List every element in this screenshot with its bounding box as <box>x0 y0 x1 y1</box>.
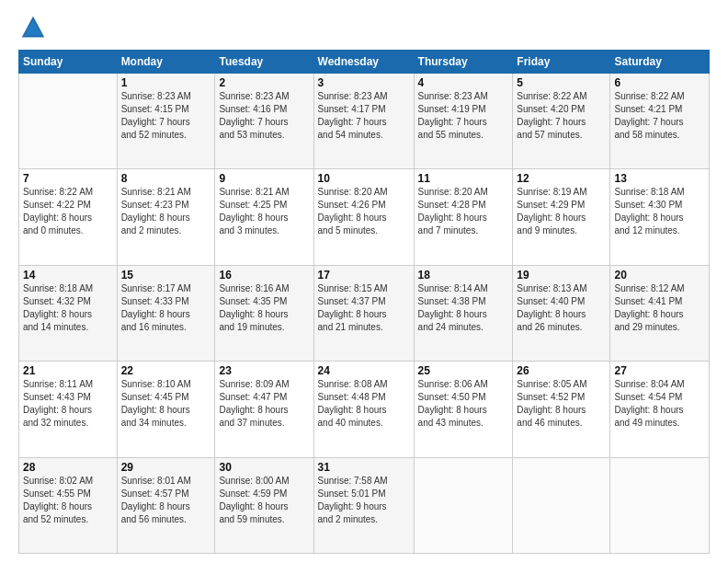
day-number: 22 <box>121 364 211 377</box>
day-number: 18 <box>418 269 509 282</box>
weekday-header: Sunday <box>19 51 118 74</box>
calendar-table: SundayMondayTuesdayWednesdayThursdayFrid… <box>18 50 710 554</box>
day-info: Sunrise: 7:58 AM Sunset: 5:01 PM Dayligh… <box>318 475 410 526</box>
day-info: Sunrise: 8:21 AM Sunset: 4:25 PM Dayligh… <box>219 186 309 237</box>
day-info: Sunrise: 8:13 AM Sunset: 4:40 PM Dayligh… <box>517 282 606 334</box>
day-number: 7 <box>23 172 113 185</box>
day-info: Sunrise: 8:15 AM Sunset: 4:37 PM Dayligh… <box>318 282 410 334</box>
day-info: Sunrise: 8:02 AM Sunset: 4:55 PM Dayligh… <box>23 475 113 526</box>
day-number: 27 <box>614 364 705 377</box>
weekday-header: Tuesday <box>215 51 313 74</box>
day-number: 11 <box>418 172 509 185</box>
weekday-header: Thursday <box>414 51 513 74</box>
day-info: Sunrise: 8:04 AM Sunset: 4:54 PM Dayligh… <box>614 378 705 430</box>
calendar-cell: 7Sunrise: 8:22 AM Sunset: 4:22 PM Daylig… <box>19 169 118 265</box>
day-info: Sunrise: 8:05 AM Sunset: 4:52 PM Dayligh… <box>517 378 606 430</box>
day-number: 19 <box>517 269 606 282</box>
calendar-cell: 10Sunrise: 8:20 AM Sunset: 4:26 PM Dayli… <box>313 169 414 265</box>
day-info: Sunrise: 8:18 AM Sunset: 4:32 PM Dayligh… <box>23 282 113 334</box>
day-info: Sunrise: 8:00 AM Sunset: 4:59 PM Dayligh… <box>219 475 309 526</box>
calendar-week-row: 14Sunrise: 8:18 AM Sunset: 4:32 PM Dayli… <box>19 265 710 361</box>
day-number: 4 <box>418 76 509 89</box>
day-number: 10 <box>318 172 410 185</box>
calendar-week-row: 7Sunrise: 8:22 AM Sunset: 4:22 PM Daylig… <box>19 169 710 265</box>
calendar-week-row: 21Sunrise: 8:11 AM Sunset: 4:43 PM Dayli… <box>19 362 710 457</box>
day-info: Sunrise: 8:09 AM Sunset: 4:47 PM Dayligh… <box>219 378 309 430</box>
day-number: 1 <box>121 76 211 89</box>
day-info: Sunrise: 8:19 AM Sunset: 4:29 PM Dayligh… <box>517 186 606 237</box>
calendar-cell: 23Sunrise: 8:09 AM Sunset: 4:47 PM Dayli… <box>215 362 313 457</box>
day-number: 17 <box>318 269 410 282</box>
weekday-header-row: SundayMondayTuesdayWednesdayThursdayFrid… <box>19 51 710 74</box>
day-number: 3 <box>318 76 410 89</box>
calendar-week-row: 1Sunrise: 8:23 AM Sunset: 4:15 PM Daylig… <box>19 74 710 169</box>
logo-icon <box>20 15 46 40</box>
calendar-cell: 29Sunrise: 8:01 AM Sunset: 4:57 PM Dayli… <box>117 457 215 553</box>
day-info: Sunrise: 8:06 AM Sunset: 4:50 PM Dayligh… <box>418 378 509 430</box>
calendar-page: SundayMondayTuesdayWednesdayThursdayFrid… <box>0 0 728 563</box>
day-number: 24 <box>318 364 410 377</box>
calendar-cell: 5Sunrise: 8:22 AM Sunset: 4:20 PM Daylig… <box>513 74 610 169</box>
calendar-cell: 9Sunrise: 8:21 AM Sunset: 4:25 PM Daylig… <box>215 169 313 265</box>
calendar-cell: 24Sunrise: 8:08 AM Sunset: 4:48 PM Dayli… <box>313 362 414 457</box>
weekday-header: Friday <box>513 51 610 74</box>
calendar-cell: 31Sunrise: 7:58 AM Sunset: 5:01 PM Dayli… <box>313 457 414 553</box>
weekday-header: Monday <box>117 51 215 74</box>
day-info: Sunrise: 8:14 AM Sunset: 4:38 PM Dayligh… <box>418 282 509 334</box>
day-number: 26 <box>517 364 606 377</box>
weekday-header: Saturday <box>610 51 710 74</box>
day-info: Sunrise: 8:23 AM Sunset: 4:19 PM Dayligh… <box>418 90 509 142</box>
calendar-cell: 18Sunrise: 8:14 AM Sunset: 4:38 PM Dayli… <box>414 265 513 361</box>
calendar-cell: 4Sunrise: 8:23 AM Sunset: 4:19 PM Daylig… <box>414 74 513 169</box>
calendar-cell: 25Sunrise: 8:06 AM Sunset: 4:50 PM Dayli… <box>414 362 513 457</box>
calendar-week-row: 28Sunrise: 8:02 AM Sunset: 4:55 PM Dayli… <box>19 457 710 553</box>
day-info: Sunrise: 8:16 AM Sunset: 4:35 PM Dayligh… <box>219 282 309 334</box>
day-number: 9 <box>219 172 309 185</box>
day-info: Sunrise: 8:23 AM Sunset: 4:15 PM Dayligh… <box>121 90 211 142</box>
day-info: Sunrise: 8:01 AM Sunset: 4:57 PM Dayligh… <box>121 475 211 526</box>
day-info: Sunrise: 8:18 AM Sunset: 4:30 PM Dayligh… <box>614 186 705 237</box>
day-info: Sunrise: 8:08 AM Sunset: 4:48 PM Dayligh… <box>318 378 410 430</box>
day-info: Sunrise: 8:23 AM Sunset: 4:16 PM Dayligh… <box>219 90 309 142</box>
svg-marker-1 <box>24 19 43 36</box>
calendar-cell: 28Sunrise: 8:02 AM Sunset: 4:55 PM Dayli… <box>19 457 118 553</box>
calendar-cell: 27Sunrise: 8:04 AM Sunset: 4:54 PM Dayli… <box>610 362 710 457</box>
day-number: 14 <box>23 269 113 282</box>
day-info: Sunrise: 8:12 AM Sunset: 4:41 PM Dayligh… <box>614 282 705 334</box>
calendar-cell: 17Sunrise: 8:15 AM Sunset: 4:37 PM Dayli… <box>313 265 414 361</box>
page-header <box>18 15 710 40</box>
calendar-cell <box>414 457 513 553</box>
day-number: 23 <box>219 364 309 377</box>
day-info: Sunrise: 8:17 AM Sunset: 4:33 PM Dayligh… <box>121 282 211 334</box>
weekday-header: Wednesday <box>313 51 414 74</box>
day-info: Sunrise: 8:21 AM Sunset: 4:23 PM Dayligh… <box>121 186 211 237</box>
day-info: Sunrise: 8:10 AM Sunset: 4:45 PM Dayligh… <box>121 378 211 430</box>
day-info: Sunrise: 8:22 AM Sunset: 4:22 PM Dayligh… <box>23 186 113 237</box>
day-number: 13 <box>614 172 705 185</box>
calendar-cell: 6Sunrise: 8:22 AM Sunset: 4:21 PM Daylig… <box>610 74 710 169</box>
calendar-cell: 21Sunrise: 8:11 AM Sunset: 4:43 PM Dayli… <box>19 362 118 457</box>
day-number: 2 <box>219 76 309 89</box>
calendar-cell: 12Sunrise: 8:19 AM Sunset: 4:29 PM Dayli… <box>513 169 610 265</box>
calendar-cell: 8Sunrise: 8:21 AM Sunset: 4:23 PM Daylig… <box>117 169 215 265</box>
calendar-cell <box>513 457 610 553</box>
calendar-cell: 3Sunrise: 8:23 AM Sunset: 4:17 PM Daylig… <box>313 74 414 169</box>
day-number: 25 <box>418 364 509 377</box>
calendar-cell: 16Sunrise: 8:16 AM Sunset: 4:35 PM Dayli… <box>215 265 313 361</box>
calendar-cell: 11Sunrise: 8:20 AM Sunset: 4:28 PM Dayli… <box>414 169 513 265</box>
calendar-cell: 1Sunrise: 8:23 AM Sunset: 4:15 PM Daylig… <box>117 74 215 169</box>
day-number: 5 <box>517 76 606 89</box>
calendar-cell: 14Sunrise: 8:18 AM Sunset: 4:32 PM Dayli… <box>19 265 118 361</box>
calendar-cell: 15Sunrise: 8:17 AM Sunset: 4:33 PM Dayli… <box>117 265 215 361</box>
day-info: Sunrise: 8:20 AM Sunset: 4:26 PM Dayligh… <box>318 186 410 237</box>
calendar-cell: 2Sunrise: 8:23 AM Sunset: 4:16 PM Daylig… <box>215 74 313 169</box>
day-number: 8 <box>121 172 211 185</box>
day-number: 21 <box>23 364 113 377</box>
logo <box>18 15 46 40</box>
calendar-cell: 26Sunrise: 8:05 AM Sunset: 4:52 PM Dayli… <box>513 362 610 457</box>
day-info: Sunrise: 8:22 AM Sunset: 4:20 PM Dayligh… <box>517 90 606 142</box>
day-info: Sunrise: 8:22 AM Sunset: 4:21 PM Dayligh… <box>614 90 705 142</box>
day-number: 29 <box>121 461 211 474</box>
day-info: Sunrise: 8:23 AM Sunset: 4:17 PM Dayligh… <box>318 90 410 142</box>
calendar-cell: 20Sunrise: 8:12 AM Sunset: 4:41 PM Dayli… <box>610 265 710 361</box>
